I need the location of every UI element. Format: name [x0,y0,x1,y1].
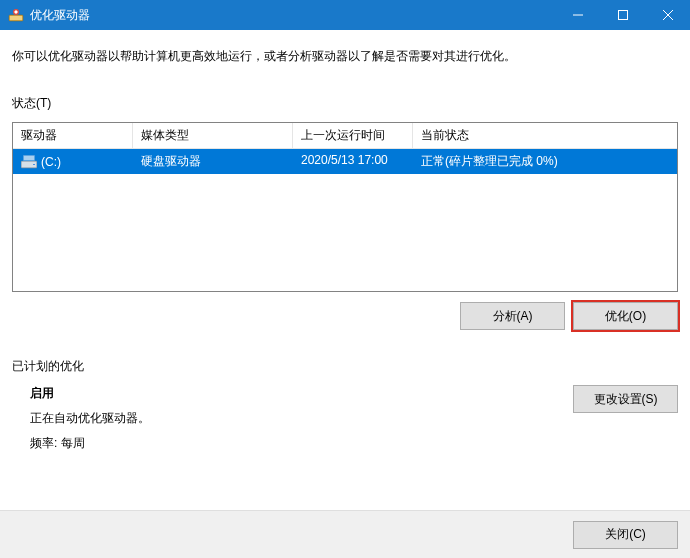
scheduled-status: 启用 [30,385,150,402]
svg-rect-4 [618,11,627,20]
drives-table: 驱动器 媒体类型 上一次运行时间 当前状态 (C:) 硬盘驱动器 [12,122,678,292]
scheduled-info: 启用 正在自动优化驱动器。 频率: 每周 [30,385,150,460]
header-status[interactable]: 当前状态 [413,123,677,148]
change-settings-button[interactable]: 更改设置(S) [573,385,678,413]
scheduled-desc: 正在自动优化驱动器。 [30,410,150,427]
table-row[interactable]: (C:) 硬盘驱动器 2020/5/13 17:00 正常(碎片整理已完成 0%… [13,149,677,174]
analyze-button[interactable]: 分析(A) [460,302,565,330]
footer: 关闭(C) [0,510,690,558]
titlebar: 优化驱动器 [0,0,690,30]
svg-rect-9 [33,164,35,165]
cell-drive: (C:) [13,149,133,174]
status-label: 状态(T) [12,95,678,112]
description-text: 你可以优化驱动器以帮助计算机更高效地运行，或者分析驱动器以了解是否需要对其进行优… [12,42,678,65]
header-drive[interactable]: 驱动器 [13,123,133,148]
svg-rect-11 [24,156,34,160]
cell-media: 硬盘驱动器 [133,149,293,174]
app-icon [8,7,24,23]
optimize-button[interactable]: 优化(O) [573,302,678,330]
scheduled-body: 启用 正在自动优化驱动器。 频率: 每周 更改设置(S) [12,385,678,460]
window-title: 优化驱动器 [30,7,555,24]
cell-status: 正常(碎片整理已完成 0%) [413,149,677,174]
header-media[interactable]: 媒体类型 [133,123,293,148]
window-controls [555,0,690,30]
header-lastrun[interactable]: 上一次运行时间 [293,123,413,148]
close-dialog-button[interactable]: 关闭(C) [573,521,678,549]
drive-icon [21,155,37,169]
minimize-button[interactable] [555,0,600,30]
scheduled-freq: 频率: 每周 [30,435,150,452]
content-area: 你可以优化驱动器以帮助计算机更高效地运行，或者分析驱动器以了解是否需要对其进行优… [0,30,690,460]
action-buttons: 分析(A) 优化(O) [12,302,678,330]
table-header: 驱动器 媒体类型 上一次运行时间 当前状态 [13,123,677,149]
svg-rect-1 [10,16,22,20]
scheduled-label: 已计划的优化 [12,358,678,375]
maximize-button[interactable] [600,0,645,30]
drive-label: (C:) [41,155,61,169]
close-button[interactable] [645,0,690,30]
scheduled-section: 已计划的优化 启用 正在自动优化驱动器。 频率: 每周 更改设置(S) [12,358,678,460]
cell-lastrun: 2020/5/13 17:00 [293,149,413,174]
